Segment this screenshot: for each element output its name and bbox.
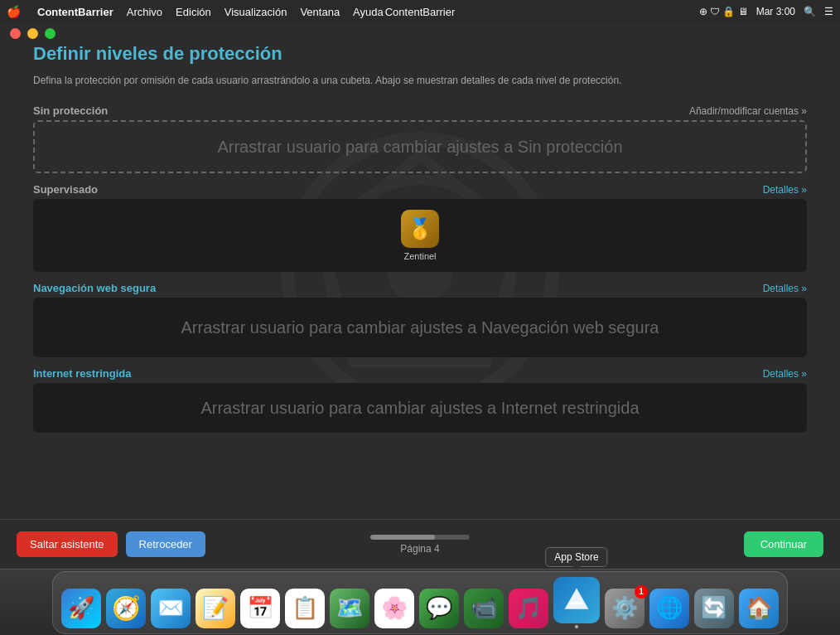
music-icon: 🎵 bbox=[509, 589, 548, 628]
dock-item-notes[interactable]: 📝 bbox=[196, 589, 235, 628]
dock-item-migration[interactable]: 🔄 bbox=[694, 589, 734, 628]
safe-browsing-details-link[interactable]: Detalles » bbox=[763, 283, 807, 294]
dock: 🚀 🧭 ✉️ 📝 📅 📋 🗺️ bbox=[52, 571, 788, 634]
progress-fill bbox=[370, 535, 435, 540]
dock-item-appstore[interactable]: App Store bbox=[553, 577, 600, 628]
no-protection-label: Sin protección bbox=[33, 104, 108, 117]
dock-item-photos[interactable]: 🌸 bbox=[374, 589, 414, 628]
page-indicator: Página 4 bbox=[370, 535, 470, 555]
skip-assistant-button[interactable]: Saltar asistente bbox=[17, 531, 118, 557]
safe-browsing-label: Navegación web segura bbox=[33, 282, 156, 294]
notes-icon: 📝 bbox=[196, 589, 235, 628]
messages-icon: 💬 bbox=[419, 589, 459, 628]
photos-icon: 🌸 bbox=[374, 589, 414, 628]
close-button[interactable] bbox=[10, 28, 21, 39]
reminders-icon: 📋 bbox=[285, 589, 325, 628]
appstore-tooltip: App Store bbox=[545, 547, 607, 567]
dock-item-messages[interactable]: 💬 bbox=[419, 589, 459, 628]
restricted-dropzone[interactable]: Arrastrar usuario para cambiar ajustes a… bbox=[33, 383, 807, 433]
section-restricted-header: Internet restringida Detalles » bbox=[33, 367, 807, 380]
dock-item-maps[interactable]: 🗺️ bbox=[330, 589, 369, 628]
safe-browsing-drop-text: Arrastrar usuario para cambiar ajustes a… bbox=[181, 318, 659, 337]
restricted-drop-text: Arrastrar usuario para cambiar ajustes a… bbox=[200, 399, 639, 418]
dock-item-facetime[interactable]: 📹 bbox=[464, 589, 504, 628]
finder-icon: 🏠 bbox=[739, 589, 779, 628]
appstore-icon bbox=[553, 577, 600, 623]
section-no-protection-header: Sin protección Añadir/modificar cuentas … bbox=[33, 104, 807, 117]
menu-archivo[interactable]: Archivo bbox=[127, 6, 162, 18]
dock-item-launchpad[interactable]: 🚀 bbox=[61, 589, 101, 628]
dock-item-music[interactable]: 🎵 bbox=[509, 589, 548, 628]
dock-item-reminders[interactable]: 📋 bbox=[285, 589, 325, 628]
dock-item-sysprefs[interactable]: ⚙️ 1 bbox=[605, 589, 644, 628]
supervised-dropzone[interactable]: 🥇 Zentinel bbox=[33, 199, 807, 272]
section-supervised-header: Supervisado Detalles » bbox=[33, 183, 807, 196]
user-avatar: 🥇 bbox=[401, 210, 439, 248]
network-icon: 🌐 bbox=[649, 589, 689, 628]
no-protection-dropzone[interactable]: Arrastrar usuario para cambiar ajustes a… bbox=[33, 120, 807, 173]
traffic-lights bbox=[10, 28, 56, 39]
sysprefs-badge: 1 bbox=[635, 585, 648, 599]
add-modify-accounts-link[interactable]: Añadir/modificar cuentas » bbox=[689, 105, 807, 117]
dock-item-calendar[interactable]: 📅 bbox=[240, 589, 280, 628]
safe-browsing-dropzone[interactable]: Arrastrar usuario para cambiar ajustes a… bbox=[33, 298, 807, 357]
user-name: Zentinel bbox=[403, 251, 436, 261]
sysprefs-icon: ⚙️ 1 bbox=[605, 589, 644, 628]
continue-button[interactable]: Continuar bbox=[744, 531, 823, 557]
section-supervised: Supervisado Detalles » 🥇 Zentinel bbox=[33, 183, 807, 272]
section-no-protection: Sin protección Añadir/modificar cuentas … bbox=[33, 104, 807, 173]
safari-icon: 🧭 bbox=[106, 589, 146, 628]
page-number: Página 4 bbox=[400, 543, 439, 555]
supervised-label: Supervisado bbox=[33, 183, 98, 196]
section-safe-browsing: Navegación web segura Detalles » Arrastr… bbox=[33, 282, 807, 357]
page-description: Defina la protección por omisión de cada… bbox=[33, 73, 807, 88]
migration-icon: 🔄 bbox=[694, 589, 734, 628]
launchpad-icon: 🚀 bbox=[61, 589, 101, 628]
dock-item-safari[interactable]: 🧭 bbox=[106, 589, 146, 628]
dock-item-mail[interactable]: ✉️ bbox=[151, 589, 191, 628]
menu-ventana[interactable]: Ventana bbox=[300, 6, 340, 18]
facetime-icon: 📹 bbox=[464, 589, 504, 628]
supervised-details-link[interactable]: Detalles » bbox=[763, 184, 807, 196]
menubar: 🍎 ContentBarrier Archivo Edición Visuali… bbox=[0, 0, 840, 23]
window-title: ContentBarrier bbox=[385, 6, 456, 18]
search-icon[interactable]: 🔍 bbox=[804, 6, 816, 17]
progress-bar bbox=[370, 535, 470, 540]
restricted-details-link[interactable]: Detalles » bbox=[763, 368, 807, 380]
menu-time: Mar 3:00 bbox=[756, 6, 795, 17]
no-protection-drop-text: Arrastrar usuario para cambiar ajustes a… bbox=[217, 138, 622, 157]
section-safe-browsing-header: Navegación web segura Detalles » bbox=[33, 282, 807, 294]
control-center-icon[interactable]: ☰ bbox=[824, 6, 833, 17]
menu-ayuda[interactable]: Ayuda bbox=[353, 6, 384, 18]
back-button[interactable]: Retroceder bbox=[126, 531, 205, 557]
mail-icon: ✉️ bbox=[151, 589, 191, 628]
dock-item-finder[interactable]: 🏠 bbox=[739, 589, 779, 628]
appstore-active-dot bbox=[575, 625, 578, 628]
minimize-button[interactable] bbox=[27, 28, 38, 39]
menu-icons: ⊕ 🛡 🔒 🖥 bbox=[699, 6, 748, 17]
user-emoji: 🥇 bbox=[408, 217, 432, 240]
user-icon-container: 🥇 Zentinel bbox=[401, 210, 439, 261]
main-content: Definir niveles de protección Defina la … bbox=[0, 23, 840, 519]
dock-item-network[interactable]: 🌐 bbox=[649, 589, 689, 628]
menubar-right: ⊕ 🛡 🔒 🖥 Mar 3:00 🔍 ☰ bbox=[699, 6, 833, 17]
app-name-menu[interactable]: ContentBarrier bbox=[37, 6, 113, 18]
dock-container: 🚀 🧭 ✉️ 📝 📅 📋 🗺️ bbox=[0, 569, 840, 635]
section-restricted: Internet restringida Detalles » Arrastra… bbox=[33, 367, 807, 433]
bottom-bar: Saltar asistente Retroceder Página 4 Con… bbox=[0, 519, 840, 569]
page-title: Definir niveles de protección bbox=[33, 43, 807, 65]
fullscreen-button[interactable] bbox=[45, 28, 56, 39]
menu-edicion[interactable]: Edición bbox=[176, 6, 211, 18]
restricted-label: Internet restringida bbox=[33, 367, 131, 380]
calendar-icon: 📅 bbox=[240, 589, 280, 628]
menu-visualizacion[interactable]: Visualización bbox=[224, 6, 287, 18]
maps-icon: 🗺️ bbox=[330, 589, 369, 628]
apple-menu[interactable]: 🍎 bbox=[7, 5, 21, 18]
